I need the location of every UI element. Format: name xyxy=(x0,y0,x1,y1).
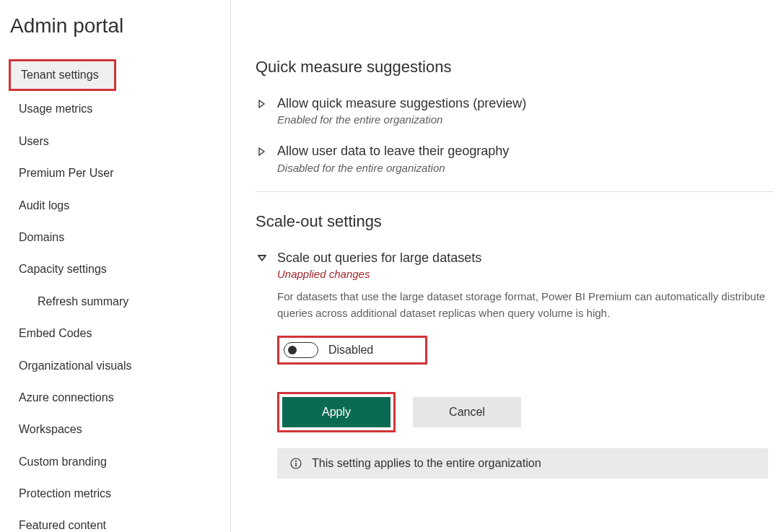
sidebar-item-users[interactable]: Users xyxy=(9,128,223,155)
sidebar-item-featured-content[interactable]: Featured content xyxy=(9,512,223,532)
sidebar-item-audit-logs[interactable]: Audit logs xyxy=(9,192,223,219)
sidebar-item-refresh-summary[interactable]: Refresh summary xyxy=(9,288,223,315)
setting-status: Disabled for the entire organization xyxy=(277,162,509,174)
info-bar: This setting applies to the entire organ… xyxy=(277,448,768,479)
sidebar-item-label: Refresh summary xyxy=(38,295,128,308)
chevron-right-icon xyxy=(256,145,269,158)
setting-row-user-data-geography[interactable]: Allow user data to leave their geography… xyxy=(256,143,774,173)
sidebar-item-workspaces[interactable]: Workspaces xyxy=(9,416,223,443)
setting-label: Allow quick measure suggestions (preview… xyxy=(277,95,526,112)
sidebar-item-label: Usage metrics xyxy=(19,103,92,115)
sidebar-item-label: Tenant settings xyxy=(21,69,99,81)
sidebar-item-azure-connections[interactable]: Azure connections xyxy=(9,384,223,411)
button-row: Apply Cancel xyxy=(277,392,774,432)
sidebar-item-embed-codes[interactable]: Embed Codes xyxy=(9,320,223,347)
setting-row-scale-out-queries[interactable]: Scale out queries for large datasets Una… xyxy=(256,250,774,479)
sidebar-item-label: Azure connections xyxy=(19,391,114,404)
sidebar-item-capacity-settings[interactable]: Capacity settings xyxy=(9,256,223,283)
setting-status: Enabled for the entire organization xyxy=(277,113,526,126)
sidebar-item-premium-per-user[interactable]: Premium Per User xyxy=(9,160,223,187)
sidebar-item-label: Embed Codes xyxy=(19,327,92,339)
sidebar-item-label: Premium Per User xyxy=(19,167,114,179)
sidebar-item-domains[interactable]: Domains xyxy=(9,224,223,251)
toggle-knob xyxy=(288,346,297,354)
sidebar-item-tenant-settings[interactable]: Tenant settings xyxy=(11,61,114,89)
sidebar-item-organizational-visuals[interactable]: Organizational visuals xyxy=(9,352,223,380)
sidebar-item-label: Featured content xyxy=(19,519,106,531)
sidebar-item-label: Capacity settings xyxy=(19,263,107,275)
sidebar-item-label: Organizational visuals xyxy=(19,359,132,372)
sidebar-item-usage-metrics[interactable]: Usage metrics xyxy=(9,95,223,123)
sidebar-item-protection-metrics[interactable]: Protection metrics xyxy=(9,480,223,507)
sidebar-item-label: Protection metrics xyxy=(19,487,111,500)
section-title-quick-measure: Quick measure suggestions xyxy=(256,58,774,77)
sidebar-item-custom-branding[interactable]: Custom branding xyxy=(9,448,223,476)
sidebar-item-label: Audit logs xyxy=(19,199,69,212)
setting-description: For datasets that use the large dataset … xyxy=(277,289,768,321)
cancel-button[interactable]: Cancel xyxy=(413,397,521,427)
setting-label: Scale out queries for large datasets xyxy=(277,250,774,266)
toggle-highlight: Disabled xyxy=(277,336,427,365)
main-content: Quick measure suggestions Allow quick me… xyxy=(231,0,781,532)
info-icon xyxy=(290,458,302,469)
sidebar-item-label: Domains xyxy=(19,231,64,243)
sidebar-item-label: Custom branding xyxy=(19,455,107,468)
setting-warning: Unapplied changes xyxy=(277,268,774,280)
sidebar-item-label: Workspaces xyxy=(19,423,82,435)
sidebar-item-label: Users xyxy=(19,135,49,147)
section-title-scale-out: Scale-out settings xyxy=(256,212,774,231)
chevron-right-icon xyxy=(256,97,269,110)
toggle-switch[interactable] xyxy=(284,342,318,358)
setting-row-quick-measure[interactable]: Allow quick measure suggestions (preview… xyxy=(256,95,774,126)
chevron-down-icon xyxy=(256,252,269,265)
sidebar: Admin portal Tenant settings Usage metri… xyxy=(0,0,231,532)
apply-button[interactable]: Apply xyxy=(282,397,390,427)
toggle-state-label: Disabled xyxy=(328,344,373,357)
apply-highlight: Apply xyxy=(277,392,396,432)
svg-point-1 xyxy=(295,461,297,462)
info-text: This setting applies to the entire organ… xyxy=(312,457,541,470)
setting-label: Allow user data to leave their geography xyxy=(277,143,509,160)
page-title: Admin portal xyxy=(10,14,223,38)
divider xyxy=(256,191,774,192)
svg-rect-2 xyxy=(295,463,296,467)
